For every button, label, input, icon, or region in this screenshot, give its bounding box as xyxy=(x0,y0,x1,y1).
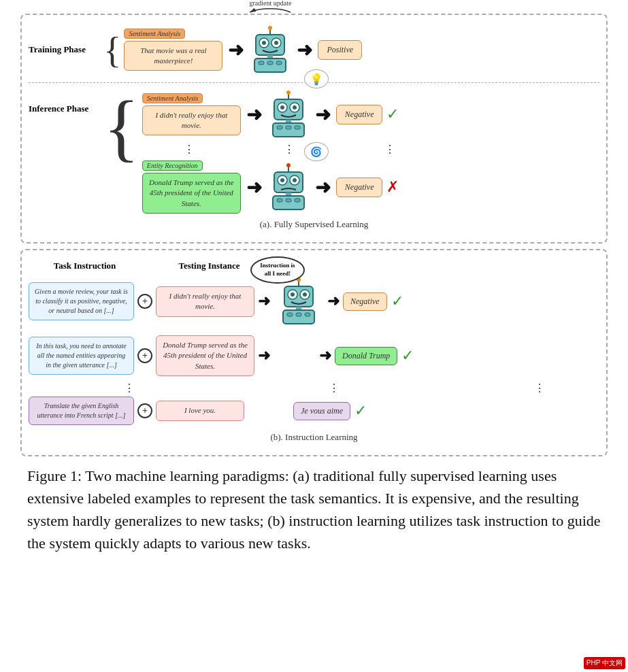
instruction-learning-section: Task Instruction Testing Instance Given … xyxy=(20,249,608,456)
instruction-bubble: Instruction is all I need! xyxy=(250,256,305,283)
inf-task-box-2: Entity Recognition Donald Trump served a… xyxy=(142,161,241,214)
inst-check-3: ✓ xyxy=(354,402,367,420)
svg-rect-12 xyxy=(276,61,282,65)
svg-rect-21 xyxy=(273,123,304,137)
thought-bubble-2: 🌀 xyxy=(304,142,329,161)
thought-bubble-1: 💡 xyxy=(304,69,329,88)
svg-point-30 xyxy=(280,178,284,182)
watermark: PHP 中文网 xyxy=(584,657,625,669)
inst-output-3: Je vous aime xyxy=(293,402,350,420)
svg-point-31 xyxy=(293,178,297,182)
training-brace: { xyxy=(103,31,124,69)
plus-circle-2: + xyxy=(137,348,152,363)
svg-rect-22 xyxy=(277,126,282,129)
inst-check-2: ✓ xyxy=(401,347,414,365)
inference-label-col: Inference Phase xyxy=(29,90,103,114)
svg-rect-35 xyxy=(286,199,291,202)
check-mark-1: ✓ xyxy=(386,105,399,123)
inst-arrow3: ➜ xyxy=(258,347,270,365)
cross-mark-2: ✗ xyxy=(386,178,399,196)
inf-input-1: I didn't really enjoy that movie. xyxy=(142,105,241,136)
svg-rect-48 xyxy=(305,313,310,316)
svg-rect-10 xyxy=(259,61,264,65)
top-section-caption: (a). Fully Supervised Learning xyxy=(29,219,599,230)
svg-rect-9 xyxy=(254,58,286,72)
svg-rect-36 xyxy=(295,199,300,202)
training-robot: gradient update xyxy=(249,25,291,74)
svg-point-6 xyxy=(262,41,266,45)
inst-robot-svg xyxy=(278,277,320,326)
inf-output-1: Negative xyxy=(336,105,383,124)
inference-content: Sentiment Analysis I didn't really enjoy… xyxy=(142,90,399,214)
testing-text-3: I love you. xyxy=(156,401,244,420)
col-header-instruction: Task Instruction xyxy=(29,261,141,271)
inf-arrow2b: ➜ xyxy=(315,176,331,199)
gradient-arrow xyxy=(246,7,294,18)
inference-row1: Sentiment Analysis I didn't really enjoy… xyxy=(142,90,399,139)
inf-task-box-1: Sentiment Analysis I didn't really enjoy… xyxy=(142,93,241,136)
inference-row2: Entity Recognition Donald Trump served a… xyxy=(142,161,399,214)
training-task-tag: Sentiment Analysis xyxy=(124,29,185,39)
inst-robot-placeholder-2 xyxy=(274,331,316,380)
figure-caption: Figure 1: Two machine learning paradigms… xyxy=(20,465,608,554)
instruction-row-3: Translate the given English utterance in… xyxy=(29,397,599,425)
training-robot-svg xyxy=(249,25,291,74)
svg-point-43 xyxy=(303,292,307,297)
svg-rect-33 xyxy=(273,196,304,209)
inst-output-1: Negative xyxy=(343,292,387,311)
inf-input-2: Donald Trump served as the 45th presiden… xyxy=(142,173,241,214)
inf-task-tag-1: Sentiment Analysis xyxy=(142,93,203,103)
plus-circle-3: + xyxy=(137,403,152,418)
training-arrow2: ➜ xyxy=(297,39,312,61)
inf-output-2: Negative xyxy=(336,178,383,197)
svg-point-2 xyxy=(268,26,272,30)
inf-robot-svg-1 xyxy=(267,90,310,139)
inf-robot-1: 💡 xyxy=(267,90,310,139)
inst-dots-row: ⋮ ⋮ ⋮ xyxy=(29,383,599,394)
training-phase-label: Training Phase xyxy=(29,44,103,55)
svg-point-42 xyxy=(291,292,295,297)
bottom-section-caption: (b). Instruction Learning xyxy=(29,432,599,443)
svg-point-19 xyxy=(293,105,297,110)
inf-dots-row: ⋮ ⋮ ⋮ xyxy=(142,144,399,155)
inst-arrow1: ➜ xyxy=(258,292,270,310)
inference-brace: { xyxy=(103,90,142,165)
instruction-text-3: Translate the given English utterance in… xyxy=(29,397,134,425)
inf-task-tag-2: Entity Recognition xyxy=(142,161,203,171)
inf-arrow2a: ➜ xyxy=(246,176,262,199)
col-header-testing: Testing Instance xyxy=(160,261,259,271)
svg-rect-34 xyxy=(277,199,282,202)
instruction-text-1: Given a movie review, your task is to cl… xyxy=(29,282,134,320)
training-phase-row: Training Phase { Sentiment Analysis That… xyxy=(29,25,599,74)
instruction-header: Task Instruction Testing Instance xyxy=(29,261,599,271)
svg-point-7 xyxy=(274,41,278,45)
training-task-box: Sentiment Analysis That movie was a real… xyxy=(124,29,222,71)
svg-rect-23 xyxy=(286,126,291,129)
inf-robot-svg-2 xyxy=(267,163,310,212)
training-input-text: That movie was a real masterpiece! xyxy=(124,41,222,71)
instruction-row-1: Given a movie review, your task is to cl… xyxy=(29,277,599,326)
testing-text-1: I didn't really enjoy that movie. xyxy=(156,286,254,317)
svg-rect-11 xyxy=(267,61,273,65)
inf-robot-2: 🌀 xyxy=(267,163,310,212)
inst-arrow2: ➜ xyxy=(327,292,340,310)
svg-point-26 xyxy=(286,163,291,167)
testing-text-2: Donald Trump served as the 45th presiden… xyxy=(156,335,254,376)
svg-rect-45 xyxy=(283,310,314,324)
inst-robot: Instruction is all I need! xyxy=(278,277,320,326)
instruction-row-2: In this task, you need to annotate all t… xyxy=(29,331,599,380)
svg-point-18 xyxy=(280,105,284,110)
plus-circle-1: + xyxy=(137,294,152,309)
inference-phase-label: Inference Phase xyxy=(29,103,103,114)
fully-supervised-section: Training Phase { Sentiment Analysis That… xyxy=(20,14,608,243)
svg-rect-24 xyxy=(295,126,300,129)
inference-phase-wrapper: Inference Phase { Sentiment Analysis I d… xyxy=(29,90,599,214)
inf-arrow1a: ➜ xyxy=(246,103,262,126)
svg-rect-47 xyxy=(296,313,301,316)
training-arrow1: ➜ xyxy=(228,39,244,61)
inst-output-2: Donald Trump xyxy=(335,347,397,365)
training-output: Positive xyxy=(318,40,362,60)
inf-arrow1b: ➜ xyxy=(315,103,331,126)
instruction-text-2: In this task, you need to annotate all t… xyxy=(29,337,134,375)
svg-point-14 xyxy=(286,90,291,95)
